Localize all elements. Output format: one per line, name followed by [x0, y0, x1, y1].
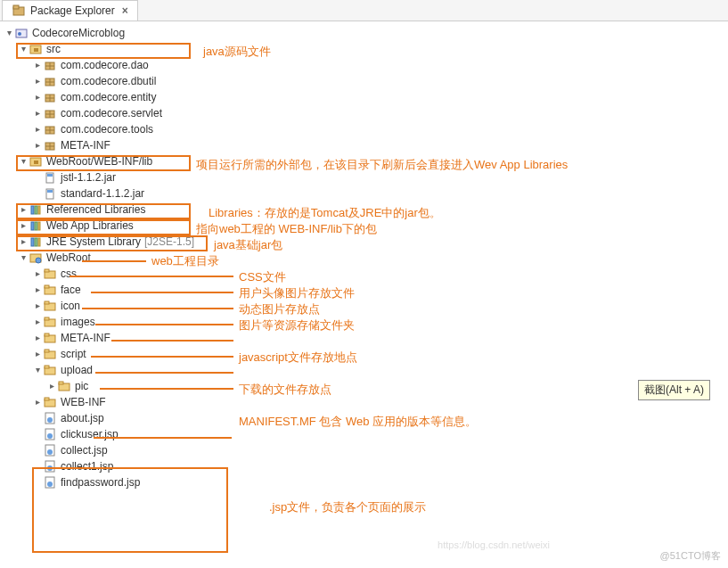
expand-arrow[interactable]: ▸	[46, 378, 57, 394]
collect-jsp[interactable]: collect.jsp	[4, 442, 728, 458]
expand-arrow[interactable]: ▾	[32, 362, 43, 378]
svg-rect-30	[31, 206, 34, 214]
css-folder[interactable]: ▸ css	[4, 266, 728, 282]
tab-package-explorer[interactable]: Package Explorer ×	[2, 0, 138, 21]
webinf-folder[interactable]: ▸ WEB-INF	[4, 394, 728, 410]
package-icon	[43, 74, 57, 88]
package-tools[interactable]: ▸ com.codecore.tools	[4, 121, 728, 137]
annotation-line	[82, 260, 146, 262]
jar-icon	[43, 170, 57, 185]
svg-rect-33	[31, 222, 34, 230]
library-label: Web App Libraries	[45, 218, 134, 234]
package-dbutil[interactable]: ▸ com.codecore.dbutil	[4, 73, 728, 89]
watermark-text: @51CTO博客	[660, 549, 721, 563]
jsp-icon	[43, 443, 57, 457]
folder-label: pic	[74, 378, 88, 394]
file-label: collect1.jsp	[60, 458, 113, 474]
svg-point-64	[47, 449, 53, 455]
svg-rect-5	[34, 48, 38, 52]
expand-arrow[interactable]: ▾	[4, 25, 14, 41]
expand-arrow[interactable]: ▸	[18, 202, 29, 218]
expand-arrow[interactable]: ▸	[32, 89, 43, 105]
folder-icon	[57, 379, 71, 393]
svg-rect-27	[47, 174, 53, 177]
svg-rect-2	[16, 29, 27, 37]
collect1-jsp[interactable]: collect1.jsp	[4, 458, 728, 474]
expand-arrow[interactable]: ▸	[18, 234, 29, 250]
metainf-folder[interactable]: ▸ META-INF	[4, 137, 728, 153]
folder-label: WEB-INF	[60, 394, 106, 410]
expand-arrow[interactable]: ▾	[18, 250, 29, 266]
webroot-folder[interactable]: ▾ WebRoot	[4, 250, 728, 266]
svg-point-3	[18, 32, 21, 36]
expand-arrow[interactable]: ▸	[32, 73, 43, 89]
file-label: findpassword.jsp	[60, 474, 140, 490]
standard-jar[interactable]: standard-1.1.2.jar	[4, 185, 728, 202]
annotation-line	[95, 324, 233, 325]
script-folder[interactable]: ▸ script	[4, 346, 728, 362]
upload-folder[interactable]: ▾ upload	[4, 362, 728, 378]
annotation-webapplib: 指向web工程的 WEB-INF/lib下的包	[196, 221, 377, 237]
metainf2-folder[interactable]: ▸ META-INF	[4, 330, 728, 346]
svg-rect-38	[38, 238, 40, 246]
face-folder[interactable]: ▸ face	[4, 282, 728, 298]
svg-rect-37	[35, 238, 37, 246]
folder-label: WebRoot	[45, 250, 91, 266]
expand-arrow[interactable]: ▸	[32, 346, 43, 362]
expand-arrow[interactable]: ▸	[32, 282, 43, 298]
annotation-upload: 下载的文件存放点	[239, 382, 331, 398]
package-entity[interactable]: ▸ com.codecore.entity	[4, 89, 728, 105]
expand-arrow[interactable]: ▸	[32, 298, 43, 314]
expand-arrow[interactable]: ▾	[18, 153, 29, 169]
folder-label: META-INF	[60, 137, 110, 153]
folder-icon	[43, 315, 57, 329]
pic-folder[interactable]: ▸ pic	[4, 378, 728, 394]
annotation-line	[111, 340, 233, 342]
expand-arrow[interactable]: ▸	[32, 121, 43, 137]
close-icon[interactable]: ×	[122, 4, 128, 17]
tab-bar: Package Explorer ×	[0, 0, 728, 21]
screenshot-tooltip: 截图(Alt + A)	[638, 380, 710, 400]
svg-rect-46	[45, 301, 49, 304]
annotation-line	[82, 308, 233, 309]
svg-rect-44	[45, 285, 49, 288]
package-dao[interactable]: ▸ com.codecore.dao	[4, 57, 728, 73]
svg-point-66	[47, 465, 53, 471]
svg-rect-56	[59, 382, 63, 384]
annotation-line	[100, 388, 233, 390]
library-label: JRE System Library	[45, 234, 141, 250]
jsp-icon	[43, 459, 57, 473]
svg-point-62	[47, 433, 53, 439]
svg-rect-48	[45, 317, 49, 320]
package-icon	[43, 90, 57, 104]
web-folder-icon	[29, 251, 43, 265]
annotation-line	[95, 372, 233, 374]
project-node[interactable]: ▾ CodecoreMicroblog	[4, 25, 728, 41]
expand-arrow[interactable]: ▸	[32, 330, 43, 346]
expand-arrow[interactable]: ▸	[32, 314, 43, 330]
svg-rect-58	[45, 398, 49, 400]
expand-arrow[interactable]: ▾	[18, 41, 29, 57]
svg-rect-25	[34, 161, 38, 164]
svg-rect-29	[47, 190, 53, 193]
icon-folder[interactable]: ▸ icon	[4, 298, 728, 314]
expand-arrow[interactable]: ▸	[32, 105, 43, 121]
images-folder[interactable]: ▸ images	[4, 314, 728, 330]
folder-label: META-INF	[60, 330, 110, 346]
package-servlet[interactable]: ▸ com.codecore.servlet	[4, 105, 728, 121]
svg-rect-1	[13, 5, 19, 9]
src-folder[interactable]: ▾ src	[4, 41, 728, 57]
expand-arrow[interactable]: ▸	[32, 57, 43, 73]
jsp-icon	[43, 411, 57, 425]
source-folder-icon	[29, 42, 43, 56]
annotation-images: 图片等资源存储文件夹	[239, 317, 355, 333]
expand-arrow[interactable]: ▸	[32, 266, 43, 282]
expand-arrow[interactable]: ▸	[32, 394, 43, 410]
package-label: com.codecore.tools	[60, 121, 153, 137]
expand-arrow[interactable]: ▸	[32, 137, 43, 153]
folder-icon	[43, 347, 57, 361]
annotation-jrelib: java基础jar包	[214, 237, 282, 253]
findpassword-jsp[interactable]: findpassword.jsp	[4, 474, 728, 490]
library-icon	[29, 202, 43, 217]
expand-arrow[interactable]: ▸	[18, 218, 29, 234]
